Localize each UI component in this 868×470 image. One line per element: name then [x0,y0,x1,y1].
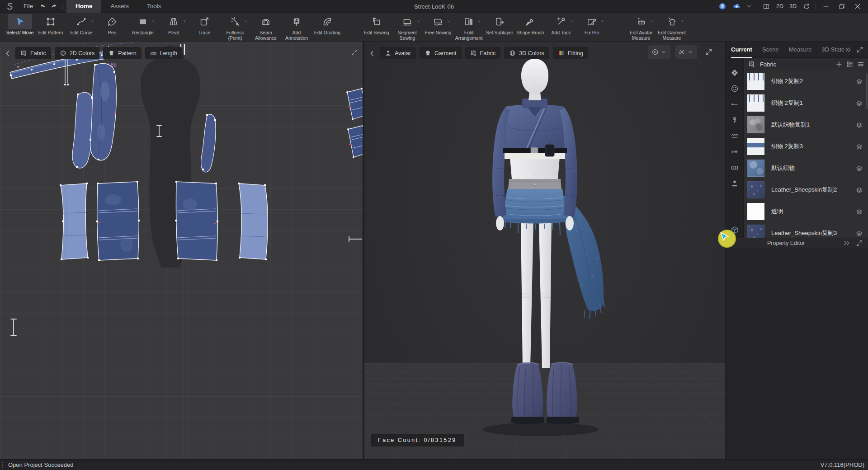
layers-icon[interactable] [856,78,863,85]
collapse-property-icon[interactable] [843,240,850,247]
view-3d-button[interactable]: 3D [788,3,797,9]
chevron-down-icon[interactable] [151,19,156,24]
cloud-caret-icon[interactable] [745,3,753,10]
chevron-down-icon[interactable] [650,19,654,24]
zipper-icon[interactable] [731,116,739,124]
render-button[interactable] [648,45,670,59]
more-menu-icon[interactable] [59,0,66,12]
document-cloud-icon[interactable] [717,1,727,11]
tool-set-sublayer[interactable]: Set Sublayer [485,14,514,35]
view2d-tab-pattern[interactable]: Pattern [103,47,141,59]
right-tab-scene[interactable]: Scene [762,42,779,58]
right-tab-3d-state[interactable]: 3D State [821,42,844,58]
chevron-down-icon[interactable] [660,48,667,56]
view3d-tab-garment[interactable]: Garment [420,47,462,59]
chevron-down-icon[interactable] [244,19,248,24]
fabric-row[interactable]: 织物 2复制3 [744,136,868,157]
expand-2d-icon[interactable] [351,49,358,58]
tool-segment-sewing[interactable]: Segment Sewing [392,14,422,41]
layers-icon[interactable] [856,165,863,172]
chevron-down-icon[interactable] [90,19,94,24]
undo-button[interactable] [38,0,48,12]
list-menu-button[interactable] [857,61,864,68]
chevron-down-icon[interactable] [416,19,420,24]
tool-seam-allowance[interactable]: Seam Allowance [251,14,281,41]
pattern-2d-viewport[interactable]: 36.68 [0,42,363,459]
view2d-tab-length[interactable]: Length [145,47,182,59]
expand-property-icon[interactable] [856,240,863,247]
tool-fold-arrangement[interactable]: Fold Arrangement [454,14,484,41]
buckle-icon[interactable] [731,164,739,172]
chevron-down-icon[interactable] [680,19,685,24]
redo-button[interactable] [48,0,59,12]
tool-edit-avatar-measure[interactable]: Edit Avatar Measure [626,14,656,41]
add-fabric-button[interactable] [835,61,843,68]
tool-edit-pattern[interactable]: Edit Pattern [36,14,66,35]
view3d-tab-avatar[interactable]: Avatar [380,47,416,59]
fabric-row[interactable]: 默认织物 [744,157,868,179]
scrollbar-thumb[interactable] [866,73,868,109]
view3d-tab-fitting[interactable]: Fitting [553,47,588,59]
property-editor-bar[interactable]: Property Editor [726,238,868,248]
chevron-down-icon[interactable] [477,19,482,24]
fabric-thumbnail[interactable] [747,225,764,238]
mannequin-icon[interactable] [731,179,739,188]
menu-tab-home[interactable]: Home [66,0,102,13]
viewport-3d[interactable]: AvatarGarmentFabric3D ColorsFitting Face… [364,42,725,459]
menu-tab-tools[interactable]: Tools [138,0,170,13]
fabric-thumbnail[interactable] [747,116,764,133]
show-hide-arrows-button[interactable] [675,45,697,59]
view3d-tab-3d-colors[interactable]: 3D Colors [504,47,549,59]
tool-fullness-point[interactable]: Fullness (Point) [220,14,250,41]
tool-edit-sewing[interactable]: Edit Sewing [362,14,392,35]
file-menu[interactable]: File [19,0,38,12]
chevron-left-icon[interactable] [4,47,12,59]
fabric-thumbnail[interactable] [747,160,764,177]
tool-select-move[interactable]: Select/ Move [5,14,35,35]
tool-add-tack[interactable]: Add Tack [546,14,576,35]
layers-icon[interactable] [856,187,863,193]
cloud-sync-icon[interactable] [731,1,741,11]
zigzag-icon[interactable] [731,132,739,140]
chevron-down-icon[interactable] [687,48,694,56]
close-button[interactable] [852,0,863,13]
tool-edit-garment-measure[interactable]: Edit Garment Measure [657,14,687,41]
tool-edit-curve[interactable]: Edit Curve [66,14,96,35]
tool-shape-brush[interactable]: Shape Brush [515,14,545,35]
view2d-tab-2d-colors[interactable]: 2D Colors [55,47,100,59]
tool-free-sewing[interactable]: Free Sewing [423,14,453,35]
view-toggle-button[interactable] [846,61,854,68]
tool-rectangle[interactable]: Rectangle [128,14,158,35]
fabric-thumbnail[interactable] [747,138,764,155]
trim-icon[interactable] [731,69,739,77]
view-2d-button[interactable]: 2D [775,3,784,9]
topstitch-icon[interactable] [731,100,739,108]
tool-add-annotation[interactable]: AAdd Annotation [282,14,311,41]
fabric-thumbnail[interactable] [747,94,764,112]
fabric-row[interactable]: Leather_Sheepskin复制2 [744,179,868,201]
fabric-row[interactable]: Leather_Sheepskin复制3 [744,222,868,238]
split-view-icon[interactable] [761,1,771,11]
fabric-row[interactable]: 织物 2复制1 [744,92,868,114]
tool-fix-pin[interactable]: Fix Pin [577,14,607,35]
fabric-row[interactable]: 透明 [744,201,868,222]
restore-button[interactable] [836,0,848,13]
chevron-left-icon[interactable] [368,47,376,59]
fabric-thumbnail[interactable] [747,181,764,198]
shirring-icon[interactable] [731,148,739,156]
tool-pen[interactable]: Pen [97,14,127,35]
chevron-down-icon[interactable] [600,19,605,24]
layers-icon[interactable] [856,208,863,215]
tool-pleat[interactable]: Pleat [159,14,189,35]
chevron-down-icon[interactable] [182,19,187,24]
menu-tab-assets[interactable]: Assets [101,0,138,13]
view3d-tab-fabric[interactable]: Fabric [465,47,501,59]
layers-icon[interactable] [856,122,863,128]
tool-trace[interactable]: Trace [189,14,219,35]
button-icon[interactable] [731,85,739,93]
collapse-panel-icon[interactable] [844,46,852,53]
layers-icon[interactable] [856,143,863,150]
chevron-down-icon[interactable] [447,19,451,24]
right-tab-measure[interactable]: Measure [789,42,812,58]
view2d-tab-fabric[interactable]: Fabric [15,47,51,59]
